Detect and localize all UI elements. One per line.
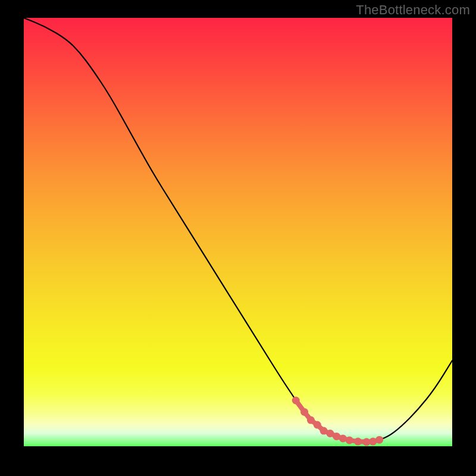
highlight-dot: [300, 408, 308, 416]
bottleneck-curve: [24, 18, 452, 442]
plot-area: [24, 18, 452, 446]
highlight-dot: [375, 436, 383, 444]
highlight-dot: [307, 416, 315, 424]
highlight-dot: [314, 421, 321, 429]
chart-container: TheBottleneck.com: [0, 0, 476, 476]
highlight-dots-group: [292, 397, 383, 446]
highlight-dot: [292, 397, 300, 405]
highlight-dot: [346, 436, 353, 444]
watermark-text: TheBottleneck.com: [356, 2, 470, 18]
chart-svg: [24, 18, 452, 446]
highlight-dot: [354, 438, 362, 446]
